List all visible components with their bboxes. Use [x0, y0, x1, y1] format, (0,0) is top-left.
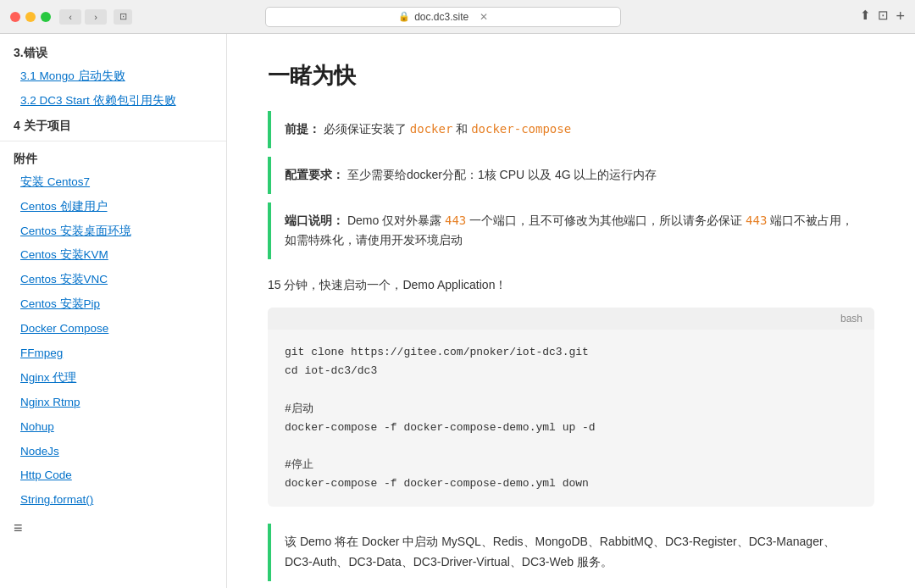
notice-prerequisite-text: 前提： 必须保证安装了 docker 和 docker-compose: [285, 119, 861, 140]
notice-config-text: 配置要求： 至少需要给docker分配：1核 CPU 以及 4G 以上的运行内存: [285, 165, 861, 186]
back-button[interactable]: ‹: [59, 9, 81, 25]
sidebar-item-stringformat[interactable]: String.format(): [0, 488, 226, 513]
notice-port-middle: 一个端口，且不可修改为其他端口，所以请务必保证: [469, 214, 746, 227]
sidebar-item-dc3start[interactable]: 3.2 DC3 Start 依赖包引用失败: [0, 89, 226, 114]
sidebar-item-centos7[interactable]: 安装 Centos7: [0, 170, 226, 195]
page-title: 一睹为快: [268, 61, 874, 91]
close-tab-button[interactable]: ✕: [480, 11, 488, 23]
sidebar-item-centos-user[interactable]: Centos 创建用户: [0, 195, 226, 219]
sidebar-item-nginx-proxy[interactable]: Nginx 代理: [0, 366, 226, 391]
appendix-header: 附件: [0, 145, 226, 170]
sidebar: 3.错误 3.1 Mongo 启动失败 3.2 DC3 Start 依赖包引用失…: [0, 34, 227, 588]
expand-icon[interactable]: ⊡: [878, 8, 889, 25]
toolbar-right: ⬆ ⊡ +: [860, 8, 905, 25]
code-block-wrapper: bash git clone https://gitee.com/pnoker/…: [268, 308, 874, 507]
minimize-button[interactable]: [25, 12, 36, 22]
notice-config: 配置要求： 至少需要给docker分配：1核 CPU 以及 4G 以上的运行内存: [268, 157, 874, 194]
bottom-notice-text: 该 Demo 将在 Docker 中启动 MySQL、Redis、MongoDB…: [285, 532, 861, 573]
notice-port-code2: 443: [746, 214, 767, 227]
code-block-header: bash: [268, 308, 874, 330]
sidebar-item-centos-kvm[interactable]: Centos 安装KVM: [0, 243, 226, 268]
notice-config-content: 至少需要给docker分配：1核 CPU 以及 4G 以上的运行内存: [347, 168, 657, 181]
notice-port-before: Demo 仅对外暴露: [347, 214, 445, 227]
sidebar-menu-icon[interactable]: ≡: [0, 513, 226, 544]
share-icon[interactable]: ⬆: [860, 8, 871, 25]
view-button[interactable]: ⊡: [114, 9, 132, 25]
notice-port-label: 端口说明：: [285, 214, 344, 227]
code-lang-label: bash: [840, 313, 862, 325]
titlebar: ‹ › ⊡ 🔒 doc.dc3.site ✕ ⬆ ⊡ +: [0, 0, 915, 34]
sidebar-item-centos-pip[interactable]: Centos 安装Pip: [0, 292, 226, 317]
traffic-lights: [10, 12, 51, 22]
close-button[interactable]: [10, 12, 20, 22]
intro-text: 15 分钟，快速启动一个，Demo Application！: [268, 275, 874, 296]
sidebar-item-ffmpeg[interactable]: FFmpeg: [0, 341, 226, 366]
sidebar-item-nodejs[interactable]: NodeJs: [0, 440, 226, 464]
sidebar-item-nginx-rtmp[interactable]: Nginx Rtmp: [0, 391, 226, 415]
notice-prerequisite-label: 前提：: [285, 122, 320, 136]
code-block: git clone https://gitee.com/pnoker/iot-d…: [268, 330, 874, 507]
sidebar-item-docker-compose[interactable]: Docker Compose: [0, 317, 226, 341]
nav-buttons: ‹ ›: [59, 9, 107, 25]
content-area: 一睹为快 前提： 必须保证安装了 docker 和 docker-compose…: [227, 34, 915, 588]
notice-port-text: 端口说明： Demo 仅对外暴露 443 一个端口，且不可修改为其他端口，所以请…: [285, 211, 861, 252]
section3-title: 3.错误: [0, 41, 226, 64]
bottom-notice: 该 Demo 将在 Docker 中启动 MySQL、Redis、MongoDB…: [268, 524, 874, 581]
sidebar-item-nohup[interactable]: Nohup: [0, 415, 226, 440]
new-tab-icon[interactable]: +: [896, 8, 905, 25]
address-bar[interactable]: 🔒 doc.dc3.site ✕: [265, 7, 621, 27]
sidebar-divider: [0, 141, 226, 141]
url-text: doc.dc3.site: [414, 11, 469, 23]
notice-config-label: 配置要求：: [285, 168, 344, 181]
notice-prerequisite: 前提： 必须保证安装了 docker 和 docker-compose: [268, 111, 874, 148]
notice-port-code1: 443: [445, 214, 466, 227]
lock-icon: 🔒: [398, 11, 410, 22]
notice-prerequisite-code1: docker: [410, 122, 453, 136]
forward-button[interactable]: ›: [85, 9, 107, 25]
sidebar-item-httpcode[interactable]: Http Code: [0, 463, 226, 488]
main-layout: 3.错误 3.1 Mongo 启动失败 3.2 DC3 Start 依赖包引用失…: [0, 34, 915, 588]
sidebar-item-centos-desktop[interactable]: Centos 安装桌面环境: [0, 219, 226, 244]
sidebar-item-mongo[interactable]: 3.1 Mongo 启动失败: [0, 64, 226, 89]
notice-port: 端口说明： Demo 仅对外暴露 443 一个端口，且不可修改为其他端口，所以请…: [268, 202, 874, 260]
sidebar-item-centos-vnc[interactable]: Centos 安装VNC: [0, 268, 226, 292]
maximize-button[interactable]: [41, 12, 51, 22]
section4-title: 4 关于项目: [0, 114, 226, 137]
notice-prerequisite-before: 必须保证安装了: [324, 122, 410, 136]
notice-prerequisite-code2: docker-compose: [471, 122, 571, 136]
notice-prerequisite-middle: 和: [456, 122, 471, 136]
